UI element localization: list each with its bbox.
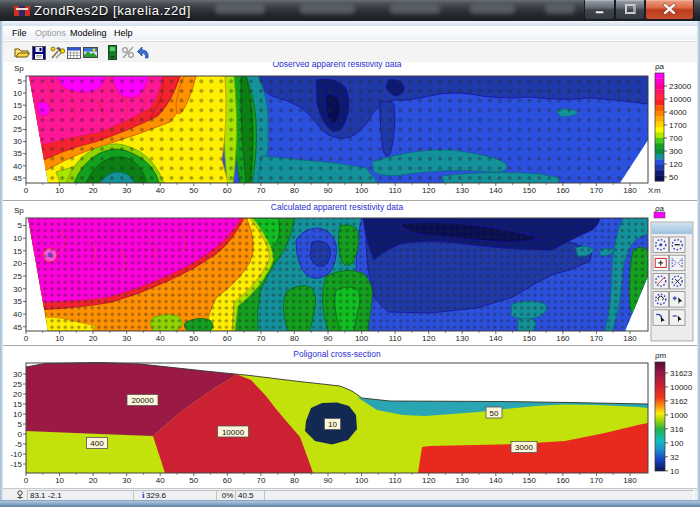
svg-text:20: 20 xyxy=(13,259,22,268)
svg-text:60: 60 xyxy=(223,334,232,343)
svg-text:170: 170 xyxy=(590,476,604,485)
svg-text:150: 150 xyxy=(523,334,537,343)
svg-text:Sp: Sp xyxy=(14,64,24,73)
svg-text:40: 40 xyxy=(13,162,22,171)
svg-text:0: 0 xyxy=(24,476,29,485)
svg-text:Calculated apparent resistivit: Calculated apparent resistivity data xyxy=(271,202,404,212)
svg-text:10000: 10000 xyxy=(670,383,693,392)
svg-text:10: 10 xyxy=(55,334,64,343)
svg-text:40: 40 xyxy=(156,334,165,343)
svg-text:180: 180 xyxy=(623,476,637,485)
svg-text:140: 140 xyxy=(489,334,503,343)
svg-text:150: 150 xyxy=(523,186,537,195)
svg-text:180: 180 xyxy=(623,186,637,195)
svg-text:30: 30 xyxy=(122,476,131,485)
svg-text:Poligonal cross-section: Poligonal cross-section xyxy=(293,349,381,359)
svg-text:5: 5 xyxy=(18,420,23,429)
svg-text:120: 120 xyxy=(422,476,436,485)
svg-text:45: 45 xyxy=(13,323,22,332)
svg-text:20: 20 xyxy=(13,390,22,399)
svg-text:30: 30 xyxy=(13,137,22,146)
svg-text:100: 100 xyxy=(355,476,369,485)
svg-text:-5: -5 xyxy=(15,440,23,449)
svg-text:3162: 3162 xyxy=(670,397,688,406)
svg-text:40: 40 xyxy=(156,476,165,485)
svg-text:45: 45 xyxy=(13,174,22,183)
svg-text:170: 170 xyxy=(590,334,604,343)
svg-text:50: 50 xyxy=(189,334,198,343)
svg-text:10000: 10000 xyxy=(222,428,245,437)
svg-text:30: 30 xyxy=(122,334,131,343)
svg-text:i: i xyxy=(142,490,145,500)
svg-text:100: 100 xyxy=(355,334,369,343)
svg-text:70: 70 xyxy=(256,476,265,485)
svg-text:31623: 31623 xyxy=(670,369,693,378)
svg-text:-15: -15 xyxy=(10,460,22,469)
svg-text:30: 30 xyxy=(122,186,131,195)
svg-text:10: 10 xyxy=(13,410,22,419)
svg-text:100: 100 xyxy=(355,186,369,195)
svg-text:30: 30 xyxy=(13,370,22,379)
svg-text:130: 130 xyxy=(456,334,470,343)
svg-text:120: 120 xyxy=(422,334,436,343)
svg-text:400: 400 xyxy=(90,439,104,448)
svg-text:Observed apparent resistivity: Observed apparent resistivity data xyxy=(273,62,402,69)
svg-text:100: 100 xyxy=(670,439,684,448)
svg-text:110: 110 xyxy=(389,476,402,485)
svg-text:25: 25 xyxy=(13,380,22,389)
svg-text:50: 50 xyxy=(669,173,678,182)
svg-text:15: 15 xyxy=(13,101,22,110)
svg-text:15: 15 xyxy=(13,247,22,256)
svg-text:50: 50 xyxy=(189,476,198,485)
svg-text:32: 32 xyxy=(670,453,679,462)
svg-text:80: 80 xyxy=(290,186,299,195)
svg-text:110: 110 xyxy=(389,186,402,195)
svg-text:23000: 23000 xyxy=(669,82,692,91)
svg-text:70: 70 xyxy=(256,334,265,343)
svg-text:60: 60 xyxy=(223,476,232,485)
svg-text:10: 10 xyxy=(13,89,22,98)
svg-text:10: 10 xyxy=(13,234,22,243)
svg-text:120: 120 xyxy=(669,160,683,169)
svg-text:60: 60 xyxy=(223,186,232,195)
svg-text:35: 35 xyxy=(13,149,22,158)
svg-text:316: 316 xyxy=(670,425,684,434)
svg-text:3000: 3000 xyxy=(515,443,533,452)
svg-text:5: 5 xyxy=(18,77,23,86)
svg-text:40: 40 xyxy=(13,310,22,319)
svg-text:10: 10 xyxy=(55,476,64,485)
svg-text:4000: 4000 xyxy=(669,108,687,117)
svg-text:110: 110 xyxy=(389,334,402,343)
svg-text:150: 150 xyxy=(523,476,537,485)
svg-text:130: 130 xyxy=(456,186,470,195)
svg-text:20000: 20000 xyxy=(131,396,154,405)
svg-text:0: 0 xyxy=(18,430,23,439)
svg-text:70: 70 xyxy=(256,186,265,195)
svg-text:10000: 10000 xyxy=(669,95,692,104)
svg-text:50: 50 xyxy=(189,186,198,195)
svg-text:10: 10 xyxy=(670,467,679,476)
svg-text:80: 80 xyxy=(290,476,299,485)
svg-text:160: 160 xyxy=(556,334,570,343)
svg-text:0: 0 xyxy=(24,334,29,343)
svg-text:ρa: ρa xyxy=(655,204,665,213)
svg-text:120: 120 xyxy=(422,186,436,195)
svg-text:35: 35 xyxy=(13,297,22,306)
svg-text:20: 20 xyxy=(89,476,98,485)
svg-text:90: 90 xyxy=(324,334,333,343)
svg-text:0: 0 xyxy=(24,186,29,195)
svg-text:10: 10 xyxy=(328,420,337,429)
svg-text:160: 160 xyxy=(556,186,570,195)
svg-text:10: 10 xyxy=(55,186,64,195)
svg-text:X m: X m xyxy=(648,186,661,195)
svg-text:300: 300 xyxy=(669,147,683,156)
svg-text:170: 170 xyxy=(590,186,604,195)
svg-text:80: 80 xyxy=(290,334,299,343)
svg-text:30: 30 xyxy=(13,285,22,294)
svg-text:1000: 1000 xyxy=(670,411,688,420)
svg-text:130: 130 xyxy=(456,476,470,485)
svg-text:ρm: ρm xyxy=(655,351,667,360)
svg-text:40: 40 xyxy=(156,186,165,195)
svg-text:25: 25 xyxy=(13,125,22,134)
svg-text:20: 20 xyxy=(89,334,98,343)
